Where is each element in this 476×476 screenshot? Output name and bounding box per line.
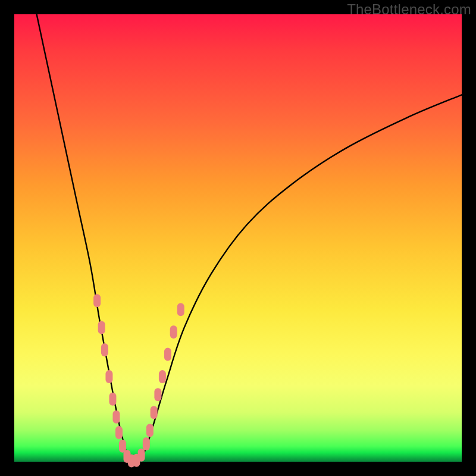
marker-point bbox=[138, 449, 145, 462]
chart-frame: TheBottleneck.com bbox=[0, 0, 476, 476]
marker-point bbox=[146, 424, 154, 437]
marker-point bbox=[159, 370, 166, 383]
marker-point bbox=[112, 411, 120, 424]
marker-point bbox=[170, 325, 177, 339]
bottleneck-curve bbox=[37, 14, 462, 462]
marker-point bbox=[105, 370, 112, 383]
marker-point bbox=[151, 406, 158, 419]
marker-point bbox=[143, 437, 150, 450]
chart-svg bbox=[14, 14, 462, 462]
marker-point bbox=[93, 294, 101, 307]
marker-point bbox=[101, 343, 108, 356]
marker-point bbox=[115, 426, 123, 439]
marker-point bbox=[98, 321, 105, 334]
marker-point bbox=[164, 348, 171, 361]
marker-point bbox=[109, 393, 116, 406]
marker-point bbox=[177, 303, 184, 316]
watermark-text: TheBottleneck.com bbox=[347, 1, 471, 18]
marker-point bbox=[154, 388, 161, 401]
highlighted-points bbox=[93, 294, 184, 467]
